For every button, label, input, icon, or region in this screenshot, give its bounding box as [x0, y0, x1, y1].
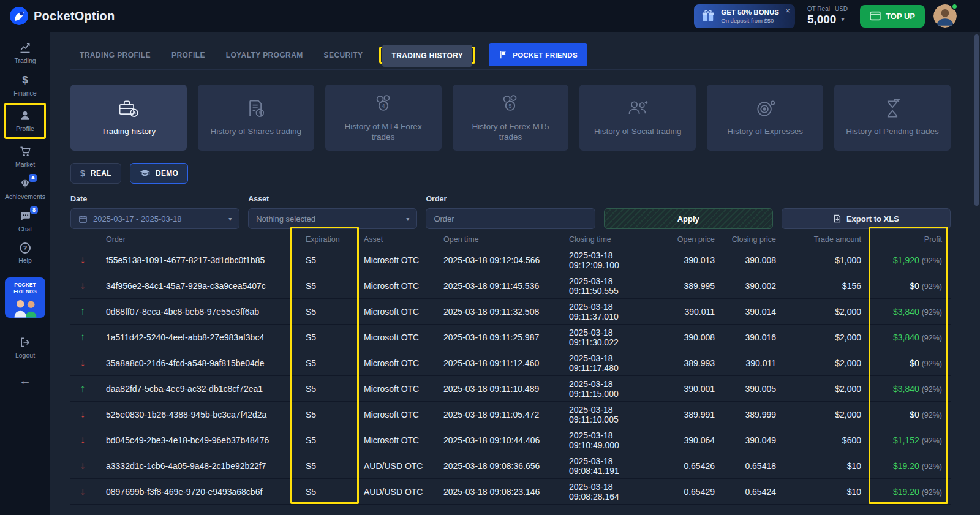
bonus-promo-banner[interactable]: GET 50% BONUS On deposit from $50 × — [694, 4, 795, 28]
open-price: 390.064 — [665, 435, 723, 445]
tab-loyalty-program[interactable]: LOYALTY PROGRAM — [217, 44, 312, 66]
category-expresses[interactable]: History of Expresses — [707, 85, 823, 151]
order-id: daa82fd7-5cba-4ec9-ac32-db1c8cf72ea1 — [95, 384, 297, 394]
asset-filter-label: Asset — [248, 195, 417, 205]
table-header: Order Expiration Asset Open time Closing… — [70, 231, 951, 247]
topbar: PocketOption GET 50% BONUS On deposit fr… — [0, 0, 980, 32]
sidebar-item-market[interactable]: Market — [2, 140, 48, 173]
logo[interactable]: PocketOption — [10, 7, 115, 25]
document-clock-icon — [245, 98, 267, 120]
category-shares-trading[interactable]: History of Shares trading — [198, 85, 314, 151]
sidebar-item-label: Chat — [18, 225, 32, 233]
asset: AUD/USD OTC — [355, 461, 435, 471]
col-closing-price: Closing price — [723, 235, 785, 244]
open-time: 2025-03-18 09:08:36.656 — [435, 461, 560, 471]
trade-amount: $2,000 — [785, 307, 870, 317]
topup-button[interactable]: TOP UP — [860, 5, 925, 28]
open-price: 390.008 — [665, 333, 723, 342]
direction-down-icon — [70, 280, 95, 292]
avatar[interactable] — [933, 4, 957, 28]
profit: $0 (92%) — [870, 410, 951, 419]
table-row: 34f956e2-84c1-45a7-929a-c3a9cea5407c S5 … — [70, 273, 951, 299]
category-label: History of Social trading — [594, 127, 682, 137]
asset: Microsoft OTC — [355, 307, 435, 317]
tab-security[interactable]: SECURITY — [315, 44, 372, 66]
trade-amount: $2,000 — [785, 333, 870, 342]
svg-text:5: 5 — [509, 103, 512, 109]
flag-icon — [499, 50, 508, 59]
achievements-bell-badge — [29, 174, 37, 182]
category-trading-history[interactable]: Trading history — [70, 85, 187, 151]
order-filter: Order — [426, 195, 595, 229]
sidebar-item-finance[interactable]: $ Finance — [2, 69, 48, 102]
closing-price: 390.008 — [723, 255, 785, 265]
closing-price: 389.999 — [723, 410, 785, 419]
sidebar-item-label: Help — [18, 257, 32, 264]
sidebar-item-chat[interactable]: 8 Chat — [2, 205, 48, 238]
category-mt5-forex[interactable]: 5 History of Forex MT5 trades — [453, 85, 569, 151]
collapse-sidebar-arrow-icon[interactable]: ← — [19, 374, 31, 388]
target-icon — [754, 98, 776, 120]
demo-label: DEMO — [156, 169, 178, 178]
tab-profile[interactable]: PROFILE — [162, 44, 214, 66]
asset-select[interactable]: Nothing selected ▾ — [248, 208, 417, 229]
closing-price: 390.016 — [723, 333, 785, 342]
scrollbar-thumb[interactable] — [974, 34, 979, 206]
sidebar: Trading $ Finance Profile Market — [0, 32, 50, 515]
sidebar-item-help[interactable]: ? Help — [2, 238, 48, 269]
pocket-friends-tab-button[interactable]: POCKET FRIENDS — [489, 43, 587, 66]
col-open-price: Open price — [665, 235, 723, 244]
order-id: a3332d1c-1cb6-4a05-9a48-2c1be92b22f7 — [95, 461, 297, 471]
col-trade-amount: Trade amount — [785, 235, 870, 244]
date-filter: Date 2025-03-17 - 2025-03-18 ▾ — [70, 195, 239, 229]
order-id: bd045c49-2be3-4e18-bc49-96eb37b48476 — [95, 435, 297, 445]
profile-tab-bar: TRADING PROFILE PROFILE LOYALTY PROGRAM … — [70, 40, 951, 70]
chevron-down-icon: ▾ — [228, 216, 232, 222]
card-icon — [870, 11, 881, 21]
export-file-icon — [833, 214, 842, 223]
category-mt4-forex[interactable]: 4 History of MT4 Forex trades — [325, 85, 442, 151]
asset: Microsoft OTC — [355, 358, 435, 368]
direction-up-icon — [70, 383, 95, 395]
closing-price: 390.005 — [723, 384, 785, 394]
balance-selector[interactable]: QT Real USD 5,000 ▾ — [804, 6, 851, 26]
topup-label: TOP UP — [886, 12, 915, 21]
sidebar-item-label: Trading — [14, 57, 36, 64]
promo-close-icon[interactable]: × — [785, 6, 790, 15]
open-price: 389.993 — [665, 358, 723, 368]
sidebar-item-trading[interactable]: Trading — [2, 37, 48, 69]
chevron-down-icon: ▾ — [841, 16, 844, 23]
expiration: S5 — [297, 281, 355, 291]
apply-button[interactable]: Apply — [604, 208, 773, 229]
tab-trading-history[interactable]: TRADING HISTORY — [382, 45, 472, 67]
category-pending-trades[interactable]: History of Pending trades — [834, 85, 951, 151]
order-input[interactable] — [426, 208, 595, 229]
expiration: S5 — [297, 333, 355, 342]
sidebar-item-logout[interactable]: Logout — [2, 331, 48, 364]
table-row: 0d88ff07-8eca-4bc8-beb8-97e55e3ff6ab S5 … — [70, 299, 951, 325]
direction-up-icon — [70, 306, 95, 318]
asset: Microsoft OTC — [355, 384, 435, 394]
category-label: History of Forex MT5 trades — [460, 122, 562, 143]
sidebar-item-label: Logout — [15, 351, 35, 359]
export-xls-button[interactable]: Export to XLS — [782, 208, 951, 229]
order-id: 0897699b-f3f8-469e-9720-e9493a68cb6f — [95, 487, 297, 497]
sidebar-item-profile[interactable]: Profile — [6, 105, 44, 137]
sidebar-item-achievements[interactable]: Achievements — [2, 173, 48, 205]
trade-amount: $10 — [785, 461, 870, 471]
category-social-trading[interactable]: History of Social trading — [579, 85, 696, 151]
order-id: 35a8a8c0-21d6-4fcd-a548-9af815be04de — [95, 358, 297, 368]
date-range-select[interactable]: 2025-03-17 - 2025-03-18 ▾ — [70, 208, 239, 229]
closing-time: 2025-03-18 09:11:15.000 — [560, 379, 665, 399]
direction-down-icon — [70, 254, 95, 266]
real-account-button[interactable]: $ REAL — [70, 163, 121, 184]
profit: $1,152 (92%) — [870, 435, 951, 445]
sidebar-item-label: Finance — [13, 89, 36, 97]
tab-trading-profile[interactable]: TRADING PROFILE — [70, 44, 160, 66]
date-range-value: 2025-03-17 - 2025-03-18 — [93, 214, 182, 224]
demo-account-button[interactable]: DEMO — [130, 163, 188, 184]
sidebar-pocket-friends-tile[interactable]: POCKET FRIENDS — [5, 277, 45, 318]
direction-down-icon — [70, 408, 95, 421]
profit: $0 (92%) — [870, 358, 951, 368]
table-row: 35a8a8c0-21d6-4fcd-a548-9af815be04de S5 … — [70, 350, 951, 376]
